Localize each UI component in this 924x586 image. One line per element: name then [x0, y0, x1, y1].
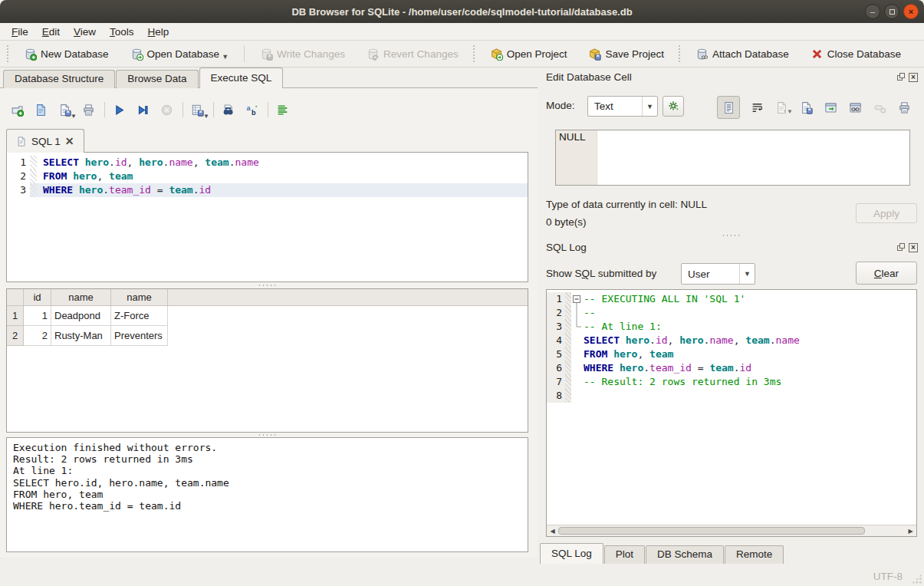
menu-edit[interactable]: Edit: [35, 25, 67, 39]
fold-marker-icon[interactable]: [571, 292, 582, 306]
word-wrap-button[interactable]: [749, 100, 765, 115]
dock-splitter[interactable]: [546, 232, 917, 239]
fold-margin: [565, 320, 571, 334]
fold-marker-icon: [571, 361, 582, 375]
dock-tab-plot[interactable]: Plot: [604, 545, 645, 564]
open-url-button[interactable]: [847, 100, 863, 115]
link-win-icon: [849, 101, 862, 114]
sql-editor-toolbar: ▼▼ab: [8, 100, 297, 120]
sql-tab-label: SQL 1: [31, 136, 61, 147]
dropdown-caret-icon[interactable]: ▼: [203, 113, 209, 120]
tab-execute-sql[interactable]: Execute SQL: [199, 67, 284, 88]
column-header[interactable]: id: [24, 289, 51, 306]
menu-view[interactable]: View: [67, 25, 103, 39]
row-header[interactable]: 2: [7, 326, 24, 346]
close-panel-icon[interactable]: ×: [909, 73, 918, 82]
tab-browse-data[interactable]: Browse Data: [116, 70, 198, 88]
close-database-button[interactable]: Close Database: [804, 44, 907, 64]
cell-id[interactable]: 1: [24, 306, 51, 326]
minimize-button[interactable]: –: [865, 4, 880, 19]
cell-id[interactable]: 2: [24, 326, 51, 346]
code-text: WHERE hero.team_id = team.id: [582, 361, 751, 375]
toolbar-drag-handle[interactable]: [678, 44, 682, 63]
new-database-button[interactable]: New Database: [18, 44, 115, 64]
close-panel-icon[interactable]: ×: [909, 243, 918, 252]
maximize-button[interactable]: [884, 4, 899, 19]
cell-value-editor[interactable]: NULL: [555, 130, 910, 186]
open-in-external-button[interactable]: [823, 100, 838, 115]
scroll-right-icon[interactable]: ▶: [905, 525, 916, 536]
row-header[interactable]: 1: [7, 306, 24, 326]
scroll-left-icon[interactable]: ◀: [547, 525, 558, 536]
execute-all-button[interactable]: [110, 100, 128, 119]
column-header[interactable]: name: [111, 289, 168, 306]
results-grid: idnamename11DeadpondZ-Force22Rusty-ManPr…: [6, 288, 528, 433]
main-tab-bar: Database StructureBrowse DataExecute SQL: [3, 67, 284, 88]
save-sql-file-button[interactable]: ▼: [55, 100, 74, 119]
corner-header[interactable]: [7, 289, 24, 306]
log-filter-select[interactable]: User ▼: [681, 263, 755, 285]
chevron-down-icon: ▼: [739, 264, 755, 284]
scrollbar-thumb[interactable]: [558, 527, 865, 535]
cell-hero-name[interactable]: Deadpond: [51, 306, 111, 326]
save-project-button[interactable]: Save Project: [582, 44, 670, 64]
fold-margin: [565, 375, 571, 389]
export-results-button[interactable]: ▼: [188, 100, 206, 119]
encoding-indicator[interactable]: UTF-8: [873, 571, 903, 582]
sql-editor[interactable]: 1SELECT hero.id, hero.name, team.name2FR…: [6, 152, 528, 282]
editor-results-splitter[interactable]: [6, 282, 528, 288]
column-header[interactable]: name: [51, 289, 111, 306]
text-mode-button[interactable]: [717, 96, 740, 119]
log-line: 4SELECT hero.id, hero.name, team.name: [547, 334, 916, 347]
dock-tab-remote[interactable]: Remote: [725, 545, 784, 564]
auto-switch-mode-button[interactable]: [663, 96, 684, 117]
open-database-button[interactable]: Open Database▼: [124, 44, 235, 64]
execute-current-line-button[interactable]: [133, 100, 152, 119]
cell-team-name[interactable]: Z-Force: [111, 306, 168, 326]
attach-database-button[interactable]: Attach Database: [689, 44, 795, 64]
db-attach-icon: [695, 48, 709, 61]
new-sql-tab-button[interactable]: [8, 100, 26, 119]
cell-hero-name[interactable]: Rusty-Man: [51, 326, 111, 346]
code-text: -- At line 1:: [582, 320, 662, 334]
mode-select[interactable]: Text ▼: [587, 96, 658, 117]
find-button[interactable]: [219, 100, 237, 119]
close-button[interactable]: ×: [903, 4, 919, 19]
toolbar-drag-handle[interactable]: [6, 44, 10, 63]
dropdown-caret-icon[interactable]: ▼: [222, 53, 229, 61]
close-sql-tab-icon[interactable]: ✕: [65, 135, 74, 147]
float-panel-icon[interactable]: [896, 243, 906, 252]
export-data-button[interactable]: [798, 100, 814, 115]
cell-team-name[interactable]: Preventers: [111, 326, 168, 346]
print-sql-button[interactable]: [79, 100, 97, 119]
dock-tab-sql-log[interactable]: SQL Log: [540, 543, 603, 564]
open-project-button[interactable]: Open Project: [484, 44, 574, 64]
execution-message-panel[interactable]: Execution finished without errors. Resul…: [6, 437, 528, 552]
menu-help[interactable]: Help: [141, 25, 176, 39]
find-replace-button[interactable]: ab: [242, 100, 261, 119]
open-sql-file-button[interactable]: [31, 100, 50, 119]
dock-tab-bar: SQL LogPlotDB SchemaRemote: [540, 543, 784, 564]
resize-grip[interactable]: [912, 574, 922, 584]
clear-log-button[interactable]: Clear: [856, 262, 917, 285]
menu-tools[interactable]: Tools: [103, 25, 141, 39]
auto-format-button[interactable]: [273, 100, 291, 119]
line-number: 8: [547, 389, 565, 403]
title-bar[interactable]: DB Browser for SQLite - /home/user/code/…: [0, 0, 924, 23]
sql-tab[interactable]: SQL 1 ✕: [6, 129, 84, 153]
line-number: 1: [7, 156, 30, 170]
tab-database-structure[interactable]: Database Structure: [3, 70, 115, 88]
line-number: 2: [547, 306, 565, 320]
log-line: 5FROM hero, team: [547, 347, 916, 361]
menu-file[interactable]: File: [5, 25, 35, 39]
dropdown-caret-icon[interactable]: ▼: [71, 113, 77, 120]
revert-changes-button: Revert Changes: [360, 44, 465, 64]
toolbar-drag-handle[interactable]: [472, 44, 476, 63]
code-text: SELECT hero.id, hero.name, team.name: [582, 334, 800, 347]
sql-log-view[interactable]: 1-- EXECUTING ALL IN 'SQL 1'2--3-- At li…: [546, 289, 917, 537]
float-panel-icon[interactable]: [896, 73, 906, 82]
log-line: 8: [547, 389, 916, 403]
dock-tab-db-schema[interactable]: DB Schema: [646, 545, 724, 564]
print-cell-button[interactable]: [896, 100, 912, 115]
log-horizontal-scrollbar[interactable]: ◀ ▶: [547, 525, 916, 536]
